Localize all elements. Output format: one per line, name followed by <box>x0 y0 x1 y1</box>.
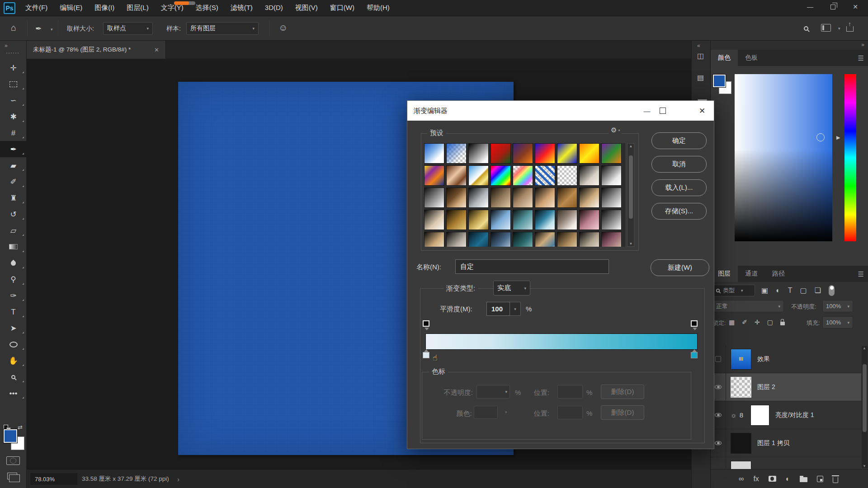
path-selection-tool[interactable]: ➤ <box>0 320 27 336</box>
gradient-preset[interactable] <box>557 232 577 247</box>
stop-opacity-input[interactable]: ▾ <box>476 385 510 399</box>
menu-item[interactable]: 图层(L) <box>127 4 148 12</box>
gradient-preset[interactable] <box>424 143 444 164</box>
gradient-preset[interactable] <box>513 143 533 164</box>
gradient-preset[interactable] <box>513 165 533 186</box>
hue-slider[interactable] <box>844 74 856 241</box>
menu-item[interactable]: 文件(F) <box>25 4 47 12</box>
delete-layer-icon[interactable] <box>833 475 838 483</box>
menu-item[interactable]: 图像(I) <box>94 4 114 12</box>
layer-row[interactable] <box>711 457 861 469</box>
chevron-down-icon[interactable]: ▾ <box>51 27 53 32</box>
lock-transparency-icon[interactable]: ▦ <box>729 319 735 325</box>
scroll-down-icon[interactable]: ▼ <box>629 242 633 246</box>
menu-item[interactable]: 3D(D) <box>265 4 283 12</box>
delete-color-stop-button[interactable]: 删除(D) <box>601 405 644 420</box>
gradient-preset[interactable] <box>601 232 622 247</box>
link-layers-icon[interactable]: ∞ <box>739 475 744 483</box>
panel-menu-icon[interactable]: ☰ <box>858 54 864 62</box>
blur-tool[interactable] <box>0 255 27 271</box>
new-layer-icon[interactable] <box>817 476 823 482</box>
search-icon[interactable] <box>804 24 808 33</box>
gear-icon[interactable]: ⚙▾ <box>609 126 622 134</box>
smiley-feedback-icon[interactable]: ☺ <box>278 23 288 33</box>
close-button[interactable]: ✕ <box>847 0 863 13</box>
gradient-preset[interactable] <box>535 143 555 164</box>
workspace-icon[interactable] <box>821 24 831 33</box>
gradient-preset[interactable] <box>491 143 511 164</box>
dialog-maximize-button[interactable] <box>660 108 666 114</box>
dialog-close-button[interactable]: ✕ <box>693 101 711 121</box>
hue-slider-pointer[interactable]: ▶ <box>836 135 840 141</box>
hand-tool[interactable]: ✋ <box>0 352 27 369</box>
gradient-preset[interactable] <box>579 232 599 247</box>
new-group-icon[interactable] <box>800 476 807 482</box>
color-stop-right[interactable] <box>691 352 698 358</box>
layer-thumbnail[interactable] <box>731 377 751 398</box>
menu-item[interactable]: 帮助(H) <box>367 4 390 12</box>
chevron-down-icon[interactable]: ▾ <box>510 302 521 316</box>
gradient-preset[interactable] <box>513 188 533 208</box>
zoom-tool[interactable] <box>0 369 27 385</box>
gradient-preset[interactable] <box>513 210 533 230</box>
sample-size-select[interactable]: 取样点▾ <box>103 22 153 35</box>
filter-smart-objects-icon[interactable]: ❏ <box>815 287 821 294</box>
toolbar-grip[interactable] <box>6 52 20 54</box>
dialog-minimize-button[interactable]: — <box>639 101 655 121</box>
menu-item[interactable]: 视图(V) <box>295 4 318 12</box>
more-tools[interactable]: ••• <box>0 385 27 401</box>
gradient-preset[interactable] <box>579 210 599 230</box>
gradient-preset[interactable] <box>601 143 622 164</box>
share-icon[interactable] <box>846 25 854 33</box>
gradient-preset[interactable] <box>424 210 444 230</box>
panel-menu-icon[interactable]: ☰ <box>858 270 864 278</box>
zoom-level-field[interactable]: 78.03% <box>30 473 77 485</box>
lasso-tool[interactable]: ∽ <box>0 92 27 108</box>
pen-tool[interactable]: ✑ <box>0 287 27 304</box>
gradient-preset[interactable] <box>601 210 622 230</box>
presets-scrollbar[interactable]: ▲ ▼ <box>627 143 634 247</box>
foreground-color-swatch[interactable] <box>4 429 17 443</box>
gradient-preset[interactable] <box>491 165 511 186</box>
gradient-preset[interactable] <box>468 143 489 164</box>
gradient-preset[interactable] <box>557 165 577 186</box>
brush-tool[interactable]: ✐ <box>0 174 27 190</box>
new-button[interactable]: 新建(W) <box>651 259 709 276</box>
move-tool[interactable]: ✛ <box>0 60 27 76</box>
collapsed-panel-icon[interactable]: ▤ <box>697 73 704 82</box>
gradient-preset[interactable] <box>579 143 599 164</box>
foreground-color-swatch[interactable] <box>713 75 726 87</box>
layers-scrollbar[interactable]: ▲ ▼ <box>862 346 868 468</box>
screen-mode-button[interactable] <box>7 473 17 479</box>
tab-layers[interactable]: 图层 <box>711 266 738 282</box>
gradient-preset[interactable] <box>424 165 444 186</box>
quick-mask-button[interactable] <box>6 456 20 465</box>
gradient-preset[interactable] <box>446 188 467 208</box>
status-options-chevron[interactable]: › <box>177 469 179 488</box>
collapse-panels-icon[interactable]: « <box>697 42 700 49</box>
gradient-preset[interactable] <box>468 188 489 208</box>
restore-button[interactable] <box>825 0 841 13</box>
layer-name[interactable]: 亮度/对比度 1 <box>775 411 814 419</box>
layer-effects-icon[interactable]: fx <box>753 475 759 483</box>
layer-name[interactable]: 效果 <box>757 355 770 363</box>
dialog-title-bar[interactable]: 渐变编辑器 <box>407 101 714 121</box>
gradient-preset[interactable] <box>601 165 622 186</box>
filter-shape-layers-icon[interactable]: ▢ <box>800 287 807 294</box>
gradient-preset[interactable] <box>446 165 467 186</box>
gradient-preset[interactable] <box>446 143 467 164</box>
gradient-tool[interactable] <box>0 239 27 255</box>
lock-move-icon[interactable]: ✛ <box>755 319 760 325</box>
gradient-preset[interactable] <box>446 232 467 247</box>
gradient-preset[interactable] <box>424 232 444 247</box>
collapsed-panel-icon[interactable]: ◫ <box>697 52 704 60</box>
dodge-tool[interactable]: ⚲ <box>0 271 27 287</box>
gradient-preset[interactable] <box>557 210 577 230</box>
gradient-preview-bar[interactable] <box>425 333 698 350</box>
close-tab-icon[interactable]: ✕ <box>154 47 159 53</box>
gradient-type-select[interactable]: 实底▾ <box>493 281 530 296</box>
gradient-preset[interactable] <box>601 188 622 208</box>
crop-tool[interactable]: # <box>0 125 27 141</box>
layer-row[interactable]: 图层 1 拷贝 <box>711 429 861 457</box>
lock-artboard-icon[interactable]: ▢ <box>767 319 773 325</box>
